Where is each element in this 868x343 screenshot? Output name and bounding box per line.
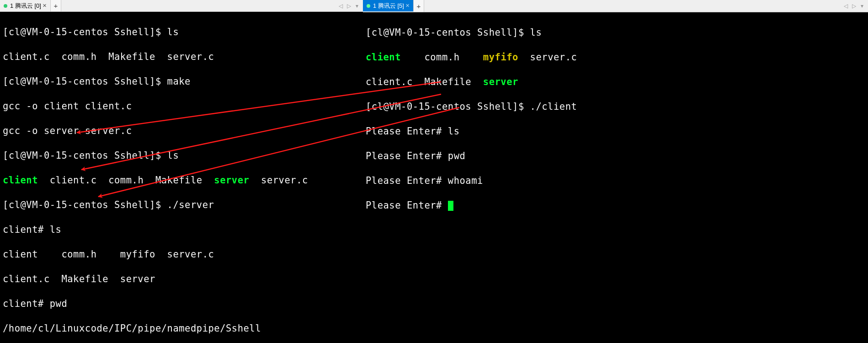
term-line: [cl@VM-0-15-centos Sshell]$ ./client — [366, 101, 865, 113]
executable-file: server — [214, 175, 249, 186]
named-pipe-file: myfifo — [483, 52, 518, 63]
term-line: Please Enter# pwd — [366, 150, 865, 162]
term-line: Please Enter# whoami — [366, 175, 865, 187]
new-tab-button[interactable]: + — [51, 0, 61, 11]
executable-file: client — [3, 175, 38, 186]
term-line: [cl@VM-0-15-centos Sshell]$ make — [3, 75, 360, 88]
term-line: gcc -o client client.c — [3, 100, 360, 113]
tab-title: 1 腾讯云 [0] — [10, 0, 41, 11]
term-line: client# ls — [3, 224, 360, 236]
tab-prev-icon[interactable]: ◁ — [841, 3, 850, 9]
status-dot-icon — [4, 4, 7, 8]
executable-file: client — [366, 52, 401, 63]
cursor-icon — [448, 201, 453, 211]
tab-next-icon[interactable]: ▷ — [850, 3, 858, 9]
term-line: /home/cl/Linuxcode/IPC/pipe/namedpipe/Ss… — [3, 322, 360, 335]
close-icon[interactable]: ✕ — [405, 2, 411, 9]
right-pane: 1 腾讯云 [5] ✕ + ◁ ▷ ▾ [cl@VM-0-15-centos S… — [363, 0, 868, 343]
tab-next-icon[interactable]: ▷ — [345, 3, 353, 9]
tab-dropdown-icon[interactable]: ▾ — [353, 3, 361, 9]
terminal-left[interactable]: [cl@VM-0-15-centos Sshell]$ ls client.c … — [0, 12, 363, 343]
workspace: 1 腾讯云 [0] ✕ + ◁ ▷ ▾ [cl@VM-0-15-centos S… — [0, 0, 868, 343]
new-tab-button[interactable]: + — [414, 0, 424, 12]
tab-nav-arrows: ◁ ▷ ▾ — [336, 0, 363, 11]
terminal-right[interactable]: [cl@VM-0-15-centos Sshell]$ ls client co… — [363, 12, 868, 343]
close-icon[interactable]: ✕ — [42, 2, 48, 9]
tab-bar-right: 1 腾讯云 [5] ✕ + ◁ ▷ ▾ — [363, 0, 868, 12]
tab-tencent-0[interactable]: 1 腾讯云 [0] ✕ — [0, 0, 51, 11]
term-line: client# pwd — [3, 298, 360, 310]
tab-prev-icon[interactable]: ◁ — [336, 3, 345, 9]
tab-nav-arrows: ◁ ▷ ▾ — [841, 0, 868, 12]
executable-file: server — [483, 76, 518, 87]
left-pane: 1 腾讯云 [0] ✕ + ◁ ▷ ▾ [cl@VM-0-15-centos S… — [0, 0, 363, 343]
term-line: client client.c comm.h Makefile server s… — [3, 174, 360, 187]
tab-bar-left: 1 腾讯云 [0] ✕ + ◁ ▷ ▾ — [0, 0, 363, 12]
term-line: Please Enter# — [366, 199, 865, 212]
term-line: client.c comm.h Makefile server.c — [3, 51, 360, 63]
tab-title: 1 腾讯云 [5] — [373, 0, 404, 11]
term-line: [cl@VM-0-15-centos Sshell]$ ls — [3, 26, 360, 38]
term-line: client.c Makefile server — [366, 76, 865, 88]
term-line: client comm.h myfifo server.c — [3, 248, 360, 261]
tab-dropdown-icon[interactable]: ▾ — [858, 3, 866, 9]
term-line: [cl@VM-0-15-centos Sshell]$ ls — [3, 150, 360, 162]
term-line: [cl@VM-0-15-centos Sshell]$ ls — [366, 27, 865, 39]
term-line: client.c Makefile server — [3, 273, 360, 285]
tab-tencent-5[interactable]: 1 腾讯云 [5] ✕ — [363, 0, 414, 11]
term-line: [cl@VM-0-15-centos Sshell]$ ./server — [3, 199, 360, 211]
term-line: Please Enter# ls — [366, 125, 865, 138]
status-dot-icon — [367, 4, 370, 8]
term-line: gcc -o server server.c — [3, 125, 360, 137]
term-line: client comm.h myfifo server.c — [366, 51, 865, 64]
